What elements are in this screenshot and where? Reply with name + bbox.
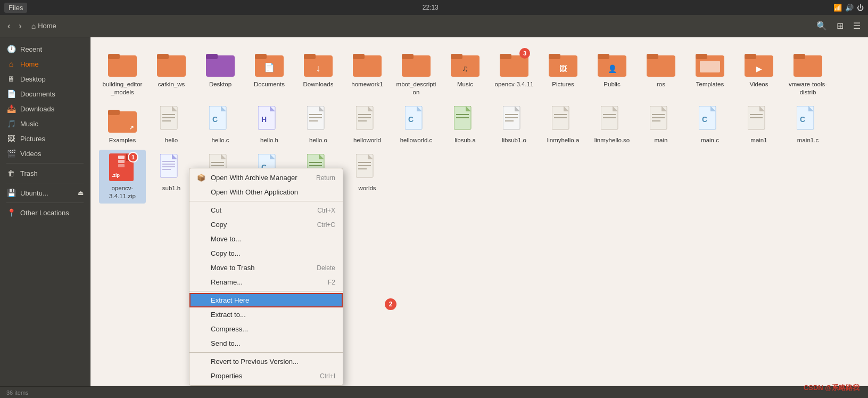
file-item-linmyhello-so[interactable]: linmyhello.so xyxy=(589,102,635,148)
file-item-building-editor-models[interactable]: building_editor_models xyxy=(99,46,146,100)
file-item-videos[interactable]: ▶ Videos xyxy=(735,46,782,100)
file-item-vmware[interactable]: vmware-tools-distrib xyxy=(784,46,831,100)
folder-svg xyxy=(696,51,724,77)
ctx-copy-to[interactable]: Copy to... xyxy=(189,246,343,261)
sidebar-item-home[interactable]: ⌂ Home xyxy=(0,56,90,71)
sidebar-item-pictures[interactable]: 🖼 Pictures xyxy=(0,131,90,146)
file-item-examples[interactable]: ↗ Examples xyxy=(99,102,146,148)
ctx-properties[interactable]: Properties Ctrl+I xyxy=(189,369,343,383)
ctx-open-other[interactable]: Open With Other Application xyxy=(189,185,343,199)
sidebar-item-recent[interactable]: 🕐 Recent xyxy=(0,42,90,56)
file-item-music[interactable]: ♫ Music xyxy=(442,46,489,100)
ctx-open-archive[interactable]: 📦 Open With Archive Manager Return xyxy=(189,170,343,185)
power-icon[interactable]: ⏻ xyxy=(857,4,864,12)
sidebar-label-music: Music xyxy=(20,120,38,128)
folder-icon-wrap: 📄 xyxy=(254,49,284,79)
forward-button[interactable]: › xyxy=(15,19,24,33)
search-button[interactable]: 🔍 xyxy=(813,19,830,33)
file-label: sub1.h xyxy=(162,184,181,192)
sidebar-item-ubuntu[interactable]: 💾 Ubuntu... ⏏ xyxy=(0,185,90,200)
file-item-catkin-ws[interactable]: catkin_ws xyxy=(148,46,195,100)
sidebar-item-trash[interactable]: 🗑 Trash xyxy=(0,166,90,181)
ctx-rename[interactable]: Rename... F2 xyxy=(189,275,343,289)
file-item-opencv-zip[interactable]: .zip 1 opencv-3.4.11.zip xyxy=(99,150,146,204)
file-label: hello.o xyxy=(309,136,327,144)
file-area[interactable]: building_editor_models catkin_ws xyxy=(90,37,868,386)
file-item-linmyhello-a[interactable]: linmyhello.a xyxy=(540,102,586,148)
sidebar-item-videos[interactable]: 🎬 Videos xyxy=(0,146,90,161)
svg-rect-10 xyxy=(304,54,316,59)
sidebar-item-documents[interactable]: 📄 Documents xyxy=(0,86,90,101)
file-label: main1.c xyxy=(797,136,819,144)
file-item-main1[interactable]: main1 xyxy=(735,102,782,148)
ctx-revert[interactable]: Revert to Previous Version... xyxy=(189,354,343,369)
ctx-extract-here[interactable]: Extract Here xyxy=(189,293,343,307)
doc-svg xyxy=(601,106,623,134)
ctx-label-compress: Compress... xyxy=(211,325,248,333)
view-toggle-button[interactable]: ⊞ xyxy=(833,19,847,33)
ctx-shortcut-open-archive: Return xyxy=(316,174,335,182)
sidebar-item-other-locations[interactable]: 📍 Other Locations xyxy=(0,205,90,220)
file-item-templates[interactable]: Templates xyxy=(687,46,733,100)
ctx-copy[interactable]: Copy Ctrl+C xyxy=(189,217,343,232)
file-item-desktop[interactable]: Desktop xyxy=(197,46,244,100)
breadcrumb-home[interactable]: ⌂ Home xyxy=(27,20,61,32)
file-item-mbot[interactable]: mbot_description xyxy=(393,46,440,100)
doc-icon-wrap xyxy=(597,105,627,135)
file-label: helloworld.c xyxy=(400,136,433,144)
file-item-sub1-h[interactable]: sub1.h xyxy=(148,150,195,204)
folder-icon-wrap xyxy=(793,49,823,79)
sidebar-item-music[interactable]: 🎵 Music xyxy=(0,116,90,131)
sidebar-divider2 xyxy=(6,183,84,183)
file-item-hello-h[interactable]: H hello.h xyxy=(246,102,293,148)
file-item-main[interactable]: main xyxy=(638,102,684,148)
recent-icon: 🕐 xyxy=(6,45,16,53)
file-item-main1-c[interactable]: C main1.c xyxy=(784,102,831,148)
file-item-hello[interactable]: hello xyxy=(148,102,195,148)
volume-icon[interactable]: 🔊 xyxy=(845,4,854,12)
file-item-ros[interactable]: ros xyxy=(638,46,684,100)
menu-button[interactable]: ☰ xyxy=(850,19,864,33)
file-item-downloads[interactable]: ↓ Downloads xyxy=(295,46,342,100)
file-item-worlds[interactable]: worlds xyxy=(344,150,391,204)
file-item-hello-c[interactable]: C hello.c xyxy=(197,102,244,148)
ctx-divider-2 xyxy=(189,291,343,291)
file-item-hello-o[interactable]: hello.o xyxy=(295,102,342,148)
svg-text:C: C xyxy=(212,115,218,124)
sidebar-item-downloads[interactable]: 📥 Downloads xyxy=(0,101,90,116)
watermark: CSDN @系略路我 xyxy=(804,383,859,393)
network-icon[interactable]: 📶 xyxy=(833,4,842,12)
file-item-helloworld[interactable]: helloworld xyxy=(344,102,391,148)
doc-icon-wrap: C xyxy=(401,105,431,135)
ctx-cut[interactable]: Cut Ctrl+X xyxy=(189,203,343,217)
folder-svg xyxy=(353,51,382,77)
ctx-move-trash[interactable]: Move to Trash Delete xyxy=(189,261,343,275)
ctx-shortcut-rename: F2 xyxy=(328,279,335,286)
sidebar-item-desktop[interactable]: 🖥 Desktop xyxy=(0,71,90,86)
doc-svg xyxy=(160,106,183,134)
file-item-libsub-a[interactable]: libsub.a xyxy=(442,102,489,148)
files-app-label[interactable]: Files xyxy=(4,3,27,13)
sidebar-label-downloads: Downloads xyxy=(20,105,54,113)
svg-rect-36 xyxy=(793,54,805,59)
ctx-move-to[interactable]: Move to... xyxy=(189,232,343,246)
folder-icon-wrap: 👤 xyxy=(597,49,627,79)
file-item-public[interactable]: 👤 Public xyxy=(589,46,635,100)
file-item-libsub1-o[interactable]: libsub1.o xyxy=(491,102,538,148)
ctx-compress[interactable]: Compress... xyxy=(189,322,343,336)
file-label: vmware-tools-distrib xyxy=(787,80,829,96)
svg-text:♫: ♫ xyxy=(462,64,468,73)
file-item-opencv[interactable]: 3 opencv-3.4.11 xyxy=(491,46,538,100)
eject-icon[interactable]: ⏏ xyxy=(78,189,84,197)
sidebar-divider3 xyxy=(6,202,84,203)
file-item-homework1[interactable]: homework1 xyxy=(344,46,391,100)
main-area: 🕐 Recent ⌂ Home 🖥 Desktop 📄 Documents 📥 … xyxy=(0,37,868,386)
back-button[interactable]: ‹ xyxy=(4,19,13,33)
ctx-send-to[interactable]: Send to... xyxy=(189,336,343,351)
file-item-helloworld-c[interactable]: C helloworld.c xyxy=(393,102,440,148)
ctx-extract-to[interactable]: Extract to... xyxy=(189,307,343,322)
file-item-main-c[interactable]: C main.c xyxy=(687,102,733,148)
file-item-pictures[interactable]: 🖼 Pictures xyxy=(540,46,586,100)
svg-rect-13 xyxy=(353,54,365,59)
file-item-documents[interactable]: 📄 Documents xyxy=(246,46,293,100)
